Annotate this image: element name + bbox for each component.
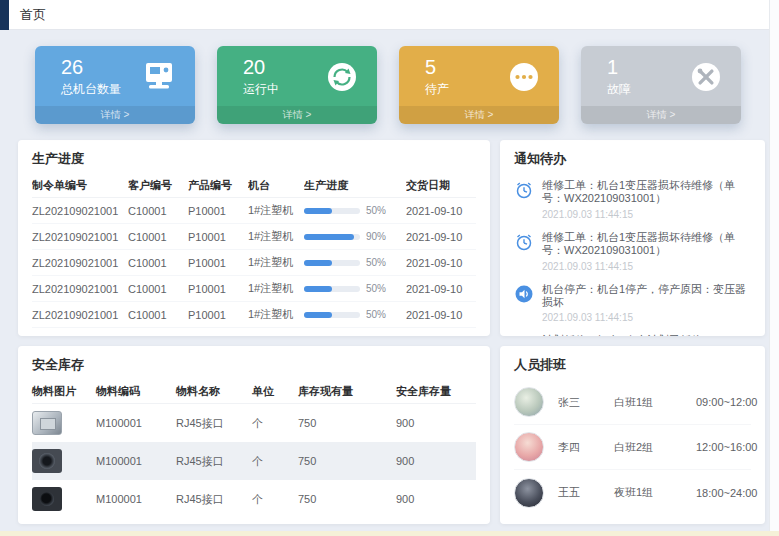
panel-personnel-schedule: 人员排班 张三 白班1组 09:00~12:00 李四 白班2组 12:00~1… bbox=[500, 346, 765, 524]
date-cell: 2021-09-10 bbox=[406, 257, 476, 269]
stock-row: M100001 RJ45接口 个 750 900 bbox=[32, 480, 476, 518]
customer-cell: C10001 bbox=[128, 309, 188, 321]
progress-bar-fill bbox=[304, 260, 332, 266]
card-fault-value: 1 bbox=[607, 56, 631, 78]
scrollbar-gutter bbox=[769, 0, 779, 536]
card-total-machines-value: 26 bbox=[61, 56, 121, 78]
production-row: ZL202109021001 C10001 P10001 1#注塑机 50% 2… bbox=[32, 198, 476, 224]
col-material-image: 物料图片 bbox=[32, 384, 96, 399]
machine-cell: 1#注塑机 bbox=[248, 281, 304, 296]
safety-qty-cell: 900 bbox=[396, 493, 476, 505]
order-cell: ZL202109021001 bbox=[32, 231, 128, 243]
safety-qty-cell: 900 bbox=[396, 417, 476, 429]
order-cell: ZL202109021001 bbox=[32, 309, 128, 321]
col-progress: 生产进度 bbox=[304, 178, 406, 193]
stock-row: M100001 RJ45接口 个 750 900 bbox=[32, 404, 476, 442]
machine-cell: 1#注塑机 bbox=[248, 307, 304, 322]
current-qty-cell: 750 bbox=[298, 493, 396, 505]
card-fault-detail-link[interactable]: 详情 > bbox=[581, 106, 741, 124]
card-running-detail-link[interactable]: 详情 > bbox=[217, 106, 377, 124]
panel-stock-title: 安全库存 bbox=[32, 356, 476, 374]
unit-cell: 个 bbox=[252, 416, 298, 431]
shift-name: 夜班1组 bbox=[614, 485, 690, 500]
material-code-cell: M100001 bbox=[96, 417, 176, 429]
panel-notices: 通知待办 维修工单：机台1变压器损坏待维修（单号：WX202109031001）… bbox=[500, 140, 765, 336]
running-icon bbox=[323, 58, 361, 96]
avatar bbox=[514, 387, 544, 417]
clock-icon bbox=[514, 180, 534, 200]
shift-time: 12:00~16:00 bbox=[690, 441, 757, 453]
unit-cell: 个 bbox=[252, 492, 298, 507]
current-qty-cell: 750 bbox=[298, 417, 396, 429]
product-cell: P10001 bbox=[188, 205, 248, 217]
card-total-machines[interactable]: 26 总机台数量 详情 > bbox=[35, 46, 195, 124]
machine-cell: 1#注塑机 bbox=[248, 229, 304, 244]
col-delivery-date: 交货日期 bbox=[406, 178, 476, 193]
speaker-icon bbox=[514, 335, 534, 336]
order-cell: ZL202109021001 bbox=[32, 257, 128, 269]
col-product-no: 产品编号 bbox=[188, 178, 248, 193]
progress-bar-fill bbox=[304, 234, 354, 240]
card-waiting-detail-link[interactable]: 详情 > bbox=[399, 106, 559, 124]
product-cell: P10001 bbox=[188, 231, 248, 243]
clock-icon bbox=[514, 232, 534, 252]
progress-bar-track bbox=[304, 312, 360, 318]
panel-production-title: 生产进度 bbox=[32, 150, 476, 168]
notice-text: 维修工单：机台1变压器损坏待维修（单号：WX202109031001） bbox=[542, 231, 751, 258]
date-cell: 2021-09-10 bbox=[406, 309, 476, 321]
panel-schedule-title: 人员排班 bbox=[514, 356, 751, 374]
product-cell: P10001 bbox=[188, 283, 248, 295]
col-customer-no: 客户编号 bbox=[128, 178, 188, 193]
material-code-cell: M100001 bbox=[96, 493, 176, 505]
progress-label: 50% bbox=[366, 283, 386, 294]
machine-cell: 1#注塑机 bbox=[248, 255, 304, 270]
product-cell: P10001 bbox=[188, 257, 248, 269]
customer-cell: C10001 bbox=[128, 283, 188, 295]
col-current-qty: 库存现有量 bbox=[298, 384, 396, 399]
notice-time: 2021.09.03 11:44:15 bbox=[542, 261, 751, 272]
progress-bar-fill bbox=[304, 208, 332, 214]
order-cell: ZL202109021001 bbox=[32, 283, 128, 295]
tab-bar: 首页 bbox=[0, 0, 779, 30]
card-waiting[interactable]: 5 待产 详情 > bbox=[399, 46, 559, 124]
schedule-row: 王五 夜班1组 18:00~24:00 bbox=[514, 470, 751, 515]
schedule-row: 李四 白班2组 12:00~16:00 bbox=[514, 425, 751, 470]
card-waiting-value: 5 bbox=[425, 56, 449, 78]
machine-icon bbox=[141, 58, 179, 96]
date-cell: 2021-09-10 bbox=[406, 205, 476, 217]
progress-cell: 50% bbox=[304, 205, 406, 216]
avatar bbox=[514, 432, 544, 462]
card-fault[interactable]: 1 故障 详情 > bbox=[581, 46, 741, 124]
card-total-machines-detail-link[interactable]: 详情 > bbox=[35, 106, 195, 124]
date-cell: 2021-09-10 bbox=[406, 283, 476, 295]
material-name-cell: RJ45接口 bbox=[176, 416, 252, 431]
col-unit: 单位 bbox=[252, 384, 298, 399]
material-image bbox=[32, 411, 62, 435]
tab-home[interactable]: 首页 bbox=[20, 6, 46, 24]
shift-name: 白班1组 bbox=[614, 395, 690, 410]
material-name-cell: RJ45接口 bbox=[176, 454, 252, 469]
card-waiting-label: 待产 bbox=[425, 81, 449, 98]
material-image bbox=[32, 487, 62, 511]
shift-time: 09:00~12:00 bbox=[690, 396, 757, 408]
card-running[interactable]: 20 运行中 详情 > bbox=[217, 46, 377, 124]
progress-bar-track bbox=[304, 286, 360, 292]
production-row: ZL202109021001 C10001 P10001 1#注塑机 50% 2… bbox=[32, 250, 476, 276]
progress-bar-fill bbox=[304, 286, 332, 292]
ellipsis-icon bbox=[505, 58, 543, 96]
progress-bar-fill bbox=[304, 312, 332, 318]
person-name: 李四 bbox=[558, 440, 614, 455]
progress-cell: 50% bbox=[304, 309, 406, 320]
customer-cell: C10001 bbox=[128, 205, 188, 217]
current-qty-cell: 750 bbox=[298, 455, 396, 467]
bottom-edge-decoration bbox=[0, 531, 779, 536]
card-fault-label: 故障 bbox=[607, 81, 631, 98]
material-code-cell: M100001 bbox=[96, 455, 176, 467]
production-row: ZL202109021001 C10001 P10001 1#注塑机 90% 2… bbox=[32, 224, 476, 250]
date-cell: 2021-09-10 bbox=[406, 231, 476, 243]
progress-cell: 50% bbox=[304, 283, 406, 294]
panel-notices-title: 通知待办 bbox=[514, 150, 751, 168]
notice-time: 2021.09.03 11:44:15 bbox=[542, 209, 751, 220]
col-machine: 机台 bbox=[248, 178, 304, 193]
safety-qty-cell: 900 bbox=[396, 455, 476, 467]
